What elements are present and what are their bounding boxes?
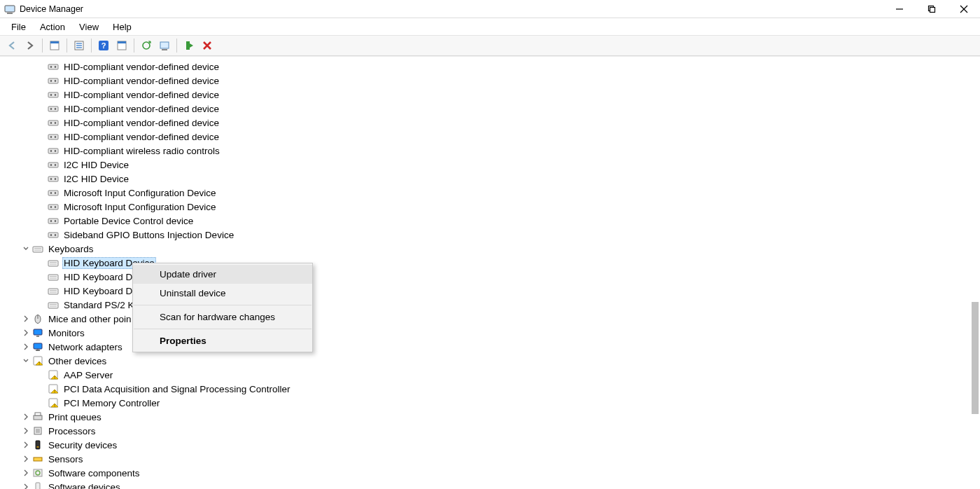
tree-item-label: Sensors bbox=[47, 453, 85, 465]
tree-item-label: HID-compliant vendor-defined device bbox=[62, 131, 220, 143]
tree-item[interactable]: I2C HID Device bbox=[0, 172, 980, 186]
tree-item[interactable]: PCI Memory Controller bbox=[0, 396, 980, 410]
chevron-right-icon[interactable] bbox=[21, 328, 31, 338]
tree-item[interactable]: Microsoft Input Configuration Device bbox=[0, 186, 980, 200]
tree-item-label: Security devices bbox=[47, 439, 118, 451]
close-button[interactable] bbox=[948, 0, 980, 18]
back-button[interactable] bbox=[4, 38, 20, 53]
chevron-down-icon[interactable] bbox=[21, 244, 31, 254]
keyboard-icon bbox=[48, 299, 59, 310]
chevron-right-icon[interactable] bbox=[21, 468, 31, 478]
action-toolbar-button[interactable] bbox=[114, 38, 130, 53]
tree-item[interactable]: AAP Server bbox=[0, 368, 980, 382]
tree-item-label: I2C HID Device bbox=[62, 173, 130, 185]
tree-category-software-devices[interactable]: Software devices bbox=[0, 480, 980, 489]
tree-item[interactable]: HID-compliant vendor-defined device bbox=[0, 74, 980, 88]
menubar: File Action View Help bbox=[0, 18, 980, 36]
svg-rect-44 bbox=[930, 7, 935, 12]
hid-device-icon bbox=[48, 145, 59, 156]
context-menu-separator bbox=[134, 329, 312, 329]
context-menu-uninstall-device[interactable]: Uninstall device bbox=[133, 284, 312, 303]
maximize-button[interactable] bbox=[916, 0, 948, 18]
chevron-right-icon[interactable] bbox=[21, 412, 31, 422]
tree-category-other-devices[interactable]: Other devices bbox=[0, 354, 980, 368]
tree-item-label: Network adapters bbox=[47, 341, 124, 353]
tree-item[interactable]: HID-compliant vendor-defined device bbox=[0, 88, 980, 102]
chevron-right-icon[interactable] bbox=[21, 314, 31, 324]
tree-item-label: Microsoft Input Configuration Device bbox=[62, 201, 218, 213]
tree-item-label: Print queues bbox=[47, 411, 103, 423]
chevron-right-icon[interactable] bbox=[21, 426, 31, 436]
tree-item-label: I2C HID Device bbox=[62, 159, 130, 171]
mouse-icon bbox=[32, 313, 43, 324]
properties-toolbar-button[interactable] bbox=[71, 38, 87, 53]
context-menu-properties[interactable]: Properties bbox=[133, 331, 312, 350]
tree-item[interactable]: I2C HID Device bbox=[0, 158, 980, 172]
chevron-right-icon[interactable] bbox=[21, 482, 31, 489]
forward-button[interactable] bbox=[22, 38, 38, 53]
printer-icon bbox=[32, 411, 43, 422]
tree-item[interactable]: Sideband GPIO Buttons Injection Device bbox=[0, 228, 980, 242]
tree-item[interactable]: HID-compliant vendor-defined device bbox=[0, 102, 980, 116]
device-tree-area: HID-compliant vendor-defined device HID-… bbox=[0, 56, 980, 489]
tree-item-label: Mice and other poin bbox=[47, 313, 133, 325]
unknown-device-icon bbox=[48, 397, 59, 408]
toolbar-separator bbox=[176, 39, 177, 53]
monitor-icon bbox=[32, 327, 43, 338]
menu-action[interactable]: Action bbox=[33, 20, 72, 34]
tree-item-label: AAP Server bbox=[62, 369, 114, 381]
hid-device-icon bbox=[48, 229, 59, 240]
chevron-down-icon[interactable] bbox=[21, 356, 31, 366]
unknown-device-icon bbox=[48, 369, 59, 380]
tree-item-label: Standard PS/2 Ke bbox=[62, 299, 141, 311]
tree-item-label: HID Keyboard De bbox=[62, 271, 139, 283]
tree-item-label: HID-compliant vendor-defined device bbox=[62, 103, 220, 115]
unknown-device-icon bbox=[48, 383, 59, 394]
tree-category-security-devices[interactable]: Security devices bbox=[0, 438, 980, 452]
window-title: Device Manager bbox=[20, 4, 83, 14]
tree-item-label: Software devices bbox=[47, 481, 122, 490]
menu-view[interactable]: View bbox=[72, 20, 106, 34]
keyboard-category-icon bbox=[32, 243, 43, 254]
minimize-button[interactable] bbox=[883, 0, 916, 18]
menu-file[interactable]: File bbox=[4, 20, 33, 34]
uninstall-device-button[interactable] bbox=[200, 38, 215, 53]
tree-item[interactable]: HID-compliant vendor-defined device bbox=[0, 130, 980, 144]
toolbar-separator bbox=[42, 39, 43, 53]
hid-device-icon bbox=[48, 117, 59, 128]
enable-device-button[interactable] bbox=[181, 38, 197, 53]
show-hide-console-tree-button[interactable] bbox=[47, 38, 62, 53]
sensor-icon bbox=[32, 453, 43, 464]
tree-category-software-components[interactable]: Software components bbox=[0, 466, 980, 480]
help-toolbar-button[interactable] bbox=[96, 38, 111, 53]
hid-device-icon bbox=[48, 61, 59, 72]
tree-item[interactable]: HID-compliant vendor-defined device bbox=[0, 116, 980, 130]
tree-category-print-queues[interactable]: Print queues bbox=[0, 410, 980, 424]
scan-hardware-button[interactable] bbox=[139, 38, 154, 53]
chevron-right-icon[interactable] bbox=[21, 454, 31, 464]
tree-category-processors[interactable]: Processors bbox=[0, 424, 980, 438]
tree-item[interactable]: HID-compliant wireless radio controls bbox=[0, 144, 980, 158]
tree-item[interactable]: Portable Device Control device bbox=[0, 214, 980, 228]
context-menu-separator bbox=[134, 305, 312, 305]
chevron-right-icon[interactable] bbox=[21, 342, 31, 352]
tree-category-keyboards[interactable]: Keyboards bbox=[0, 242, 980, 256]
tree-category-sensors[interactable]: Sensors bbox=[0, 452, 980, 466]
tree-item[interactable]: HID-compliant vendor-defined device bbox=[0, 60, 980, 74]
hid-device-icon bbox=[48, 131, 59, 142]
tree-item[interactable]: Microsoft Input Configuration Device bbox=[0, 200, 980, 214]
tree-item[interactable]: PCI Data Acquisition and Signal Processi… bbox=[0, 382, 980, 396]
menu-help[interactable]: Help bbox=[106, 20, 139, 34]
context-menu-update-driver[interactable]: Update driver bbox=[133, 265, 312, 284]
chevron-right-icon[interactable] bbox=[21, 440, 31, 450]
tree-item-label: Monitors bbox=[47, 327, 86, 339]
update-driver-toolbar-button[interactable] bbox=[157, 38, 172, 53]
scrollbar-thumb[interactable] bbox=[972, 302, 979, 414]
hid-device-icon bbox=[48, 75, 59, 86]
toolbar-separator bbox=[91, 39, 92, 53]
network-adapter-icon bbox=[32, 341, 43, 352]
tree-item-label: Keyboards bbox=[47, 243, 95, 255]
keyboard-icon bbox=[48, 285, 59, 296]
context-menu-scan-hardware[interactable]: Scan for hardware changes bbox=[133, 308, 312, 326]
tree-item-label: Microsoft Input Configuration Device bbox=[62, 187, 218, 199]
